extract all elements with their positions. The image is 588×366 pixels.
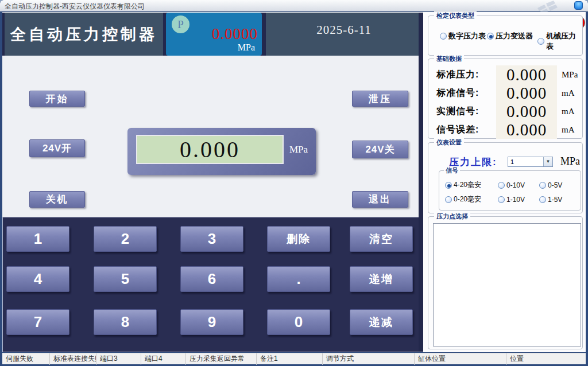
measured-signal-value: 0.000	[496, 102, 557, 120]
signal-error-row: 信号误差: 0.000 mA	[436, 120, 580, 139]
radio-1-5v[interactable]	[539, 196, 546, 203]
status-servo: 伺服失败	[2, 353, 50, 365]
pressure-points-title: 压力点选择	[434, 212, 470, 221]
radio-0-10v[interactable]	[498, 182, 505, 189]
signal-group: 信号 4-20毫安 0-10V 0-5V	[439, 170, 581, 211]
app-title: 全自动压力控制器	[10, 24, 157, 45]
signal-error-label: 信号误差:	[436, 124, 496, 136]
standard-signal-unit: mA	[562, 88, 575, 98]
status-position: 位置	[506, 353, 586, 365]
radio-0-20ma[interactable]	[445, 196, 452, 203]
pressure-display-value: 0.0000	[166, 25, 258, 43]
statusbar: 伺服失败 标准表连接失败 端口3 端口4 压力采集返回异常 备注1 调节方式 缸…	[2, 353, 586, 364]
titlebar: 全自动压力控制器-西安云仪仪器仪表有限公司	[0, 0, 588, 11]
header: 全自动压力控制器 P 0.0000 MPa 2025-6-11	[2, 13, 423, 56]
date-block: 2025-6-11	[266, 13, 422, 56]
right-panel: 检定仪表类型 数字压力表 压力变送器 机械压力表 基础数据 标准压力	[423, 12, 586, 352]
key-1[interactable]: 1	[6, 226, 69, 252]
24v-off-button[interactable]: 24V关	[352, 141, 408, 158]
signal-group-title: 信号	[444, 166, 460, 175]
pressure-points-listbox[interactable]	[433, 223, 581, 346]
meter-settings-group: 仪表设置 压力上限: 1 ▼ MPa 信号 4-20毫安	[428, 142, 583, 213]
radio-0-20ma-label: 0-20毫安	[454, 194, 481, 204]
key-9[interactable]: 9	[180, 309, 243, 335]
standard-pressure-label: 标准压力:	[436, 69, 496, 81]
key-7[interactable]: 7	[6, 309, 69, 335]
key-4[interactable]: 4	[6, 266, 69, 292]
window-title: 全自动压力控制器-西安云仪仪器仪表有限公司	[5, 2, 145, 11]
radio-0-5v[interactable]	[539, 182, 546, 189]
key-5[interactable]: 5	[94, 266, 157, 292]
shutdown-button[interactable]: 关机	[29, 191, 85, 208]
status-standard-meter: 标准表连接失败	[50, 353, 96, 365]
meter-settings-title: 仪表设置	[434, 138, 464, 147]
key-decrement[interactable]: 递减	[350, 309, 413, 335]
key-delete[interactable]: 删除	[267, 226, 330, 252]
date-text: 2025-6-11	[316, 23, 372, 37]
basic-data-title: 基础数据	[434, 54, 464, 63]
standard-signal-row: 标准信号: 0.000 mA	[436, 84, 580, 102]
meter-type-title: 检定仪表类型	[434, 11, 477, 20]
status-cylinder-position: 缸体位置	[415, 353, 506, 365]
radio-mechanical-gauge[interactable]	[537, 38, 544, 45]
standard-pressure-value: 0.000	[496, 65, 557, 84]
radio-mechanical-gauge-label: 机械压力表	[546, 31, 582, 52]
measured-signal-label: 实测信号:	[436, 106, 496, 118]
key-3[interactable]: 3	[180, 226, 243, 252]
standard-pressure-unit: MPa	[562, 70, 578, 80]
status-adjust-mode: 调节方式	[323, 353, 415, 365]
lcd-value: 0.000	[180, 136, 240, 163]
lcd-display-panel: 0.000 MPa	[127, 128, 316, 175]
status-remark: 备注1	[257, 353, 323, 365]
radio-1-10v[interactable]	[498, 196, 505, 203]
signal-error-unit: mA	[562, 125, 575, 135]
keypad-panel: 1 2 3 删除 清空 4 5 6 . 递增 7 8 9 0 递减	[2, 217, 423, 352]
standard-signal-value: 0.000	[496, 84, 557, 102]
status-pressure-acquisition: 压力采集返回异常	[186, 353, 257, 365]
key-8[interactable]: 8	[94, 309, 157, 335]
radio-pressure-transmitter-label: 压力变送器	[496, 31, 533, 41]
key-dot[interactable]: .	[267, 266, 330, 292]
pressure-display-unit: MPa	[238, 42, 255, 53]
standard-pressure-row: 标准压力: 0.000 MPa	[436, 65, 580, 84]
key-0[interactable]: 0	[267, 309, 330, 335]
radio-digital-gauge[interactable]	[440, 33, 447, 40]
basic-data-group: 基础数据 标准压力: 0.000 MPa 标准信号: 0.000 mA 实测信号…	[428, 59, 583, 139]
measured-signal-row: 实测信号: 0.000 mA	[436, 102, 580, 120]
radio-0-5v-label: 0-5V	[548, 181, 562, 189]
pressure-limit-unit: MPa	[560, 155, 580, 168]
status-port4: 端口4	[141, 353, 186, 365]
app-window: 全自动压力控制器-西安云仪仪器仪表有限公司 全自动压力控制器 P 0.0000 …	[0, 0, 588, 366]
meter-type-group: 检定仪表类型 数字压力表 压力变送器 机械压力表	[428, 15, 583, 56]
radio-4-20ma-label: 4-20毫安	[454, 180, 481, 190]
radio-4-20ma[interactable]	[445, 182, 452, 189]
key-increment[interactable]: 递增	[350, 266, 413, 292]
key-2[interactable]: 2	[94, 226, 157, 252]
pressure-display-panel: P 0.0000 MPa	[166, 13, 262, 56]
lcd-unit: MPa	[289, 144, 308, 155]
24v-on-button[interactable]: 24V开	[29, 139, 85, 157]
start-button[interactable]: 开始	[29, 91, 85, 107]
radio-1-10v-label: 1-10V	[506, 196, 525, 204]
standard-signal-label: 标准信号:	[436, 87, 496, 99]
pressure-limit-value: 1	[510, 158, 514, 165]
client-area: 全自动压力控制器 P 0.0000 MPa 2025-6-11 开始 泄压 24…	[2, 12, 586, 352]
key-clear[interactable]: 清空	[350, 226, 413, 252]
radio-pressure-transmitter[interactable]	[487, 33, 494, 40]
measured-signal-unit: mA	[562, 107, 575, 116]
dropdown-arrow-icon[interactable]: ▼	[543, 157, 552, 166]
radio-digital-gauge-label: 数字压力表	[448, 31, 486, 41]
exit-button[interactable]: 退出	[352, 191, 408, 208]
app-title-block: 全自动压力控制器	[5, 13, 163, 56]
panel-divider	[419, 13, 423, 352]
titlebar-icon[interactable]	[574, 1, 583, 10]
key-6[interactable]: 6	[180, 266, 243, 292]
lcd-screen: 0.000	[136, 135, 284, 164]
radio-0-10v-label: 0-10V	[506, 181, 525, 189]
pressure-limit-combobox[interactable]: 1 ▼	[508, 157, 553, 167]
status-port3: 端口3	[96, 353, 141, 365]
radio-1-5v-label: 1-5V	[548, 196, 562, 204]
pressure-points-group: 压力点选择	[428, 216, 583, 349]
release-pressure-button[interactable]: 泄压	[352, 91, 408, 107]
signal-error-value: 0.000	[496, 120, 557, 139]
